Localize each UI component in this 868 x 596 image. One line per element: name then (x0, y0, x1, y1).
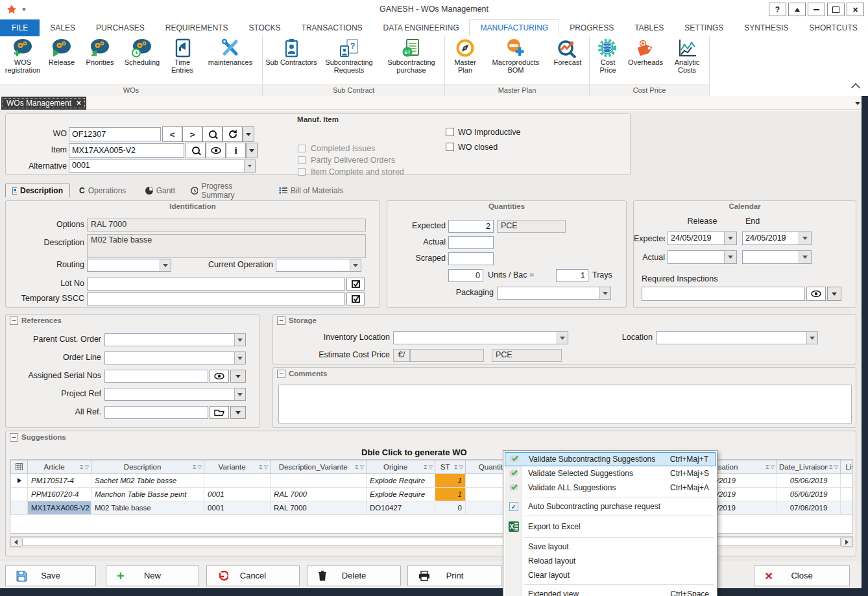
scroll-right-button[interactable] (841, 537, 852, 547)
dropdown-button[interactable] (806, 332, 817, 344)
ribbon-priorities[interactable]: Priorities (80, 38, 120, 66)
collapse-button[interactable]: − (277, 316, 285, 325)
column-header-article[interactable]: ArticleΣ▽ (28, 460, 91, 474)
detail-tab-bill-of-materials[interactable]: Bill of Materials (272, 184, 358, 197)
menu-item-export-excel[interactable]: X Export to Excel (505, 518, 716, 535)
required-inspections-dropdown[interactable] (827, 287, 841, 301)
menu-item-clear-layout[interactable]: Clear layout (505, 568, 716, 582)
dropdown-button[interactable] (244, 160, 255, 172)
expected-release-date[interactable]: 24/05/2019 (668, 232, 737, 245)
column-header-livraison[interactable]: Livraison (841, 460, 854, 474)
alternative-select[interactable]: 0001 (69, 160, 256, 173)
temporary-sscc-input[interactable] (87, 292, 345, 305)
column-header-description-variante[interactable]: Description_VarianteΣ▽ (271, 460, 367, 474)
parent-cust-order-select[interactable] (104, 333, 246, 346)
actual-end-date[interactable] (742, 250, 812, 264)
menu-item-extended-view[interactable]: Extended view Ctrl+Space (505, 587, 716, 596)
wo-next-button[interactable]: > (182, 126, 202, 142)
detail-tab-description[interactable]: Description (5, 184, 70, 197)
temporary-sscc-check-button[interactable] (346, 292, 365, 305)
minimize-button[interactable] (808, 3, 825, 16)
ribbon-scheduling[interactable]: Scheduling (120, 38, 164, 66)
tab-settings[interactable]: SETTINGS (674, 19, 734, 36)
all-ref-input[interactable] (104, 406, 208, 419)
ribbon-overheads[interactable]: Overheads (624, 38, 667, 66)
tab-close-icon[interactable]: × (77, 99, 81, 108)
lot-no-input[interactable] (87, 278, 345, 291)
table-row-selected[interactable]: MX17AXA005-V2 M02 Table basse 0001 RAL 7… (11, 501, 854, 515)
menu-item-auto-subcontracting[interactable]: ✓ Auto Subcontracting purchase request (505, 499, 716, 514)
help-button[interactable]: ? (769, 3, 786, 16)
assigned-serial-dropdown[interactable] (230, 370, 246, 383)
menu-item-reload-layout[interactable]: Reload layout (505, 554, 716, 568)
dropdown-button[interactable] (350, 259, 361, 271)
column-header-variante[interactable]: VarianteΣ▽ (204, 460, 271, 474)
current-operation-select[interactable] (276, 259, 361, 272)
ribbon-cost-price[interactable]: Cost Price (592, 38, 624, 74)
row-selector-header[interactable] (11, 460, 28, 474)
collapse-button[interactable]: − (277, 370, 285, 378)
ribbon-forecast[interactable]: Forecast (548, 38, 587, 66)
wo-closed-checkbox[interactable] (446, 143, 454, 151)
ribbon-position-button[interactable] (788, 3, 806, 16)
wo-input[interactable] (69, 127, 161, 141)
ribbon-master-plan[interactable]: Master Plan (447, 38, 483, 74)
wo-prev-button[interactable]: < (162, 126, 182, 142)
delete-button[interactable]: Delete (307, 566, 401, 586)
wo-dropdown-button[interactable] (243, 126, 254, 142)
detail-tab-progress-summary[interactable]: Progress Summary (184, 184, 270, 197)
item-dropdown-button[interactable] (246, 143, 258, 158)
actual-input[interactable] (448, 236, 494, 249)
menu-item-save-layout[interactable]: Save layout (505, 540, 716, 554)
dropdown-button[interactable] (234, 352, 245, 364)
column-header-description[interactable]: DescriptionΣ▽ (91, 460, 204, 474)
ribbon-maintenances[interactable]: maintenances (200, 38, 260, 66)
table-row[interactable]: PPM160720-4 Manchon Table Basse peint 00… (11, 488, 854, 501)
horizontal-scrollbar[interactable] (10, 536, 853, 547)
item-complete-checkbox[interactable] (298, 168, 306, 176)
ribbon-release[interactable]: Release (43, 38, 80, 66)
required-inspections-view-button[interactable] (806, 287, 826, 301)
trays-input[interactable] (556, 269, 588, 282)
ribbon-time-entries[interactable]: Time Entries (164, 38, 200, 74)
tab-shortcuts[interactable]: SHORTCUTS (799, 19, 867, 36)
ribbon-sub-contractors[interactable]: Sub Contractors (265, 38, 318, 66)
maximize-button[interactable] (827, 3, 845, 16)
close-window-button[interactable]: × (847, 3, 864, 16)
dropdown-button[interactable] (799, 251, 811, 263)
location-select[interactable] (656, 331, 818, 344)
dropdown-button[interactable] (724, 251, 736, 263)
dropdown-button[interactable] (599, 287, 610, 299)
collapse-button[interactable]: − (10, 433, 18, 442)
tab-manufacturing[interactable]: MANUFACTURING (469, 19, 559, 36)
tab-synthesis[interactable]: SYNTHESIS (734, 19, 799, 36)
dropdown-button[interactable] (234, 334, 245, 346)
dropdown-button[interactable] (234, 388, 245, 400)
routing-select[interactable] (87, 259, 171, 272)
ribbon-subcontracting-requests[interactable]: ? Subcontracting Requests (318, 38, 380, 74)
assigned-serial-nos-input[interactable] (104, 370, 208, 383)
required-inspections-input[interactable] (642, 287, 805, 301)
tab-file[interactable]: FILE (0, 19, 40, 36)
close-button[interactable]: × Close (754, 566, 850, 586)
save-button[interactable]: Save (5, 566, 96, 586)
all-ref-folder-button[interactable] (210, 406, 229, 419)
scraped-input[interactable] (448, 252, 494, 265)
completed-issues-checkbox[interactable] (298, 145, 306, 152)
ribbon-collapse-button[interactable] (852, 84, 859, 91)
scrollbar-thumb[interactable] (22, 538, 841, 546)
table-row[interactable]: PM170517-4 Sachet M02 Table basse Explod… (11, 474, 854, 488)
all-ref-dropdown[interactable] (230, 406, 246, 419)
tab-data-engineering[interactable]: DATA ENGINEERING (373, 19, 470, 36)
partly-delivered-checkbox[interactable] (298, 156, 306, 164)
menu-item-validate-subcontracting[interactable]: Validate Subcontracting Suggestions Ctrl… (505, 452, 716, 466)
collapse-button[interactable]: − (10, 316, 18, 325)
ribbon-wos-registration[interactable]: WOS registration (2, 38, 43, 74)
lot-no-check-button[interactable] (346, 278, 365, 291)
wo-refresh-button[interactable] (223, 126, 243, 142)
item-view-button[interactable] (206, 143, 226, 158)
units-bac-input[interactable] (448, 269, 483, 282)
ribbon-analytic-costs[interactable]: Analytic Costs (667, 38, 707, 74)
document-tab-wos-management[interactable]: WOs Management × (1, 97, 86, 110)
dropdown-button[interactable] (160, 259, 171, 271)
